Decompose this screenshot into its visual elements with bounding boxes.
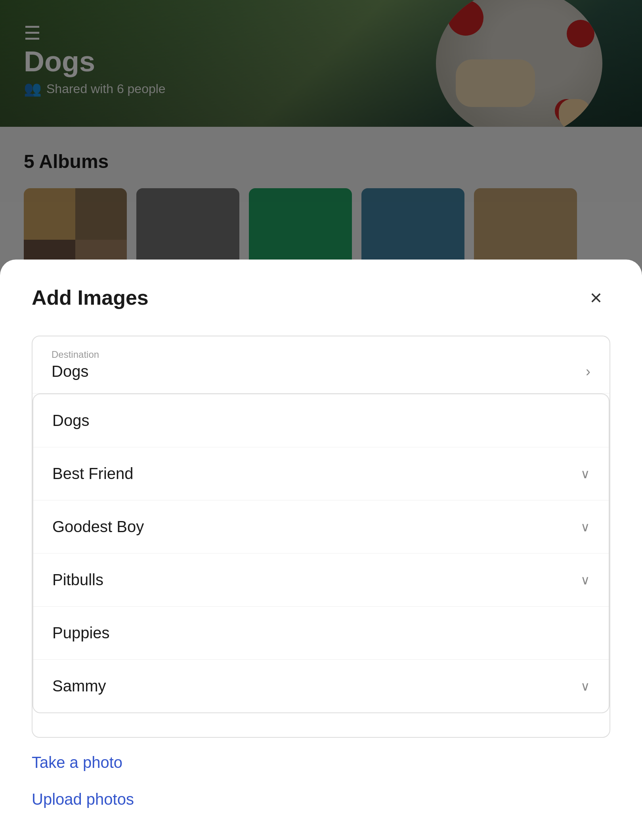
dropdown-item-goodest-boy[interactable]: Goodest Boy ∨ [33,500,609,554]
chevron-down-icon: ∨ [581,573,590,588]
take-photo-link[interactable]: Take a photo [32,754,610,771]
chevron-down-icon: ∨ [581,679,590,694]
dropdown-item-label: Best Friend [52,465,134,483]
modal-header: Add Images × [32,283,610,312]
modal-overlay[interactable]: Add Images × Destination Dogs › Dogs Bes… [0,0,642,840]
chevron-right-icon: › [586,363,590,380]
destination-label: Destination [52,349,590,360]
chevron-down-icon: ∨ [581,519,590,535]
chevron-down-icon: ∨ [581,466,590,481]
close-button[interactable]: × [582,283,610,312]
dropdown-item-label: Goodest Boy [52,518,144,536]
modal-title: Add Images [32,286,149,309]
dropdown-item-label: Sammy [52,677,106,695]
upload-photos-link[interactable]: Upload photos [32,790,610,808]
destination-dropdown: Dogs Best Friend ∨ Goodest Boy ∨ Pitbull… [32,393,610,713]
destination-box: Destination Dogs › Dogs Best Friend ∨ Go… [32,336,610,738]
dropdown-item-label: Dogs [52,412,89,430]
dropdown-item-label: Puppies [52,624,110,642]
dropdown-item-dogs[interactable]: Dogs [33,394,609,447]
dropdown-item-puppies[interactable]: Puppies [33,607,609,660]
destination-value-row: Dogs › [52,363,590,380]
dropdown-item-pitbulls[interactable]: Pitbulls ∨ [33,554,609,607]
destination-header[interactable]: Destination Dogs › [32,336,610,393]
add-images-modal: Add Images × Destination Dogs › Dogs Bes… [0,260,642,840]
dropdown-item-best-friend[interactable]: Best Friend ∨ [33,447,609,500]
dropdown-item-label: Pitbulls [52,571,103,589]
destination-value: Dogs [52,363,88,380]
dropdown-item-sammy[interactable]: Sammy ∨ [33,660,609,712]
